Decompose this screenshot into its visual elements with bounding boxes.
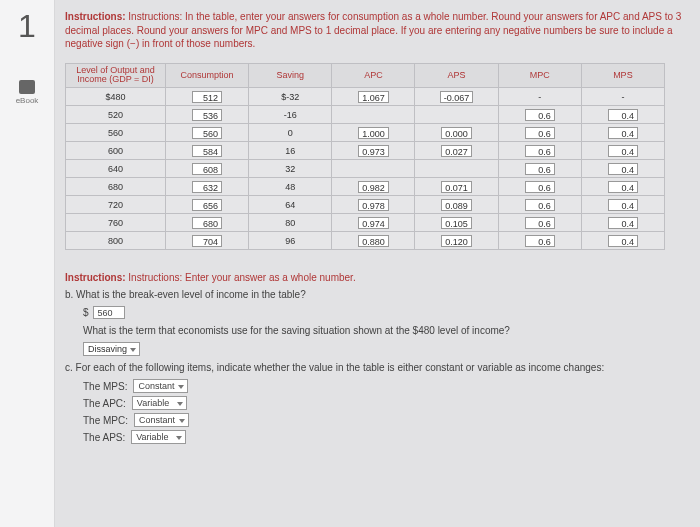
th-level: Level of Output and Income (GDP = DI) (66, 63, 166, 88)
cell-mpc: - (498, 88, 581, 106)
cell-consumption-input[interactable]: 536 (192, 109, 222, 121)
cell-mps: 0.4 (581, 106, 664, 124)
cell-aps: -0.067 (415, 88, 498, 106)
cell-mpc: 0.6 (498, 160, 581, 178)
cell-apc-input[interactable]: 0.973 (358, 145, 389, 157)
cell-aps: 0.105 (415, 214, 498, 232)
cell-apc: 1.000 (332, 124, 415, 142)
instructions-b: Instructions: Instructions: Enter your a… (65, 272, 685, 283)
cell-mpc: 0.6 (498, 142, 581, 160)
mpc-select[interactable]: Constant (134, 413, 189, 427)
cell-mps-input[interactable]: 0.4 (608, 181, 638, 193)
cell-consumption-input[interactable]: 584 (192, 145, 222, 157)
question-b: b. What is the break-even level of incom… (65, 289, 685, 300)
breakeven-input[interactable]: 560 (93, 306, 125, 319)
cell-mps: 0.4 (581, 178, 664, 196)
cell-apc-input[interactable]: 0.974 (358, 217, 389, 229)
cell-apc-input[interactable]: 0.880 (358, 235, 389, 247)
cell-aps-input[interactable]: -0.067 (440, 91, 474, 103)
dollar-sign: $ (83, 307, 89, 318)
cell-mps-input[interactable]: 0.4 (608, 235, 638, 247)
table-row: 520536-160.60.4 (66, 106, 665, 124)
cell-saving: -16 (249, 106, 332, 124)
cell-consumption-input[interactable]: 560 (192, 127, 222, 139)
book-icon (19, 80, 35, 94)
cell-consumption: 704 (166, 232, 249, 250)
cell-aps-input[interactable]: 0.089 (441, 199, 472, 211)
cell-consumption: 536 (166, 106, 249, 124)
cell-saving: 96 (249, 232, 332, 250)
cell-mpc-input[interactable]: 0.6 (525, 181, 555, 193)
cell-consumption-input[interactable]: 512 (192, 91, 222, 103)
cell-apc: 0.982 (332, 178, 415, 196)
cell-aps-input[interactable]: 0.120 (441, 235, 472, 247)
cell-gdp: 520 (66, 106, 166, 124)
cell-aps-input[interactable]: 0.000 (441, 127, 472, 139)
aps-select[interactable]: Variable (131, 430, 186, 444)
cell-mps-input[interactable]: 0.4 (608, 199, 638, 211)
cell-consumption-input[interactable]: 608 (192, 163, 222, 175)
cell-gdp: 600 (66, 142, 166, 160)
cell-aps: 0.000 (415, 124, 498, 142)
th-aps: APS (415, 63, 498, 88)
cell-mpc-input[interactable]: 0.6 (525, 235, 555, 247)
cell-consumption-input[interactable]: 680 (192, 217, 222, 229)
cell-aps-input[interactable]: 0.027 (441, 145, 472, 157)
cell-saving: 80 (249, 214, 332, 232)
cell-mps-input[interactable]: 0.4 (608, 109, 638, 121)
cell-mpc-input[interactable]: 0.6 (525, 163, 555, 175)
cell-apc-input[interactable]: 1.000 (358, 127, 389, 139)
cell-consumption-input[interactable]: 704 (192, 235, 222, 247)
cell-apc: 0.974 (332, 214, 415, 232)
chapter-number: 1 (0, 8, 54, 45)
cell-gdp: 720 (66, 196, 166, 214)
th-consumption: Consumption (166, 63, 249, 88)
cell-consumption-input[interactable]: 632 (192, 181, 222, 193)
cell-consumption: 632 (166, 178, 249, 196)
th-saving: Saving (249, 63, 332, 88)
cell-apc: 0.880 (332, 232, 415, 250)
cell-mps-input[interactable]: 0.4 (608, 217, 638, 229)
cell-aps: 0.120 (415, 232, 498, 250)
cell-mpc-input[interactable]: 0.6 (525, 145, 555, 157)
cell-mpc: 0.6 (498, 124, 581, 142)
cell-mpc-input[interactable]: 0.6 (525, 109, 555, 121)
cell-apc: 0.973 (332, 142, 415, 160)
cell-apc (332, 160, 415, 178)
cell-mps: 0.4 (581, 214, 664, 232)
cell-mps-input[interactable]: 0.4 (608, 145, 638, 157)
cell-aps-input[interactable]: 0.071 (441, 181, 472, 193)
cell-apc-input[interactable]: 0.982 (358, 181, 389, 193)
cell-mps-input[interactable]: 0.4 (608, 127, 638, 139)
cell-mps-input[interactable]: 0.4 (608, 163, 638, 175)
instructions-a-text: Instructions: In the table, enter your a… (65, 11, 681, 49)
table-row: 800704960.8800.1200.60.4 (66, 232, 665, 250)
cell-consumption-input[interactable]: 656 (192, 199, 222, 211)
cell-mpc-input[interactable]: 0.6 (525, 217, 555, 229)
cell-mpc-input[interactable]: 0.6 (525, 199, 555, 211)
cell-mpc-input[interactable]: 0.6 (525, 127, 555, 139)
ebook-link[interactable]: eBook (8, 80, 46, 105)
instructions-b-text: Instructions: Enter your answer as a who… (128, 272, 355, 283)
cell-mps: 0.4 (581, 142, 664, 160)
cell-consumption: 512 (166, 88, 249, 106)
cell-aps (415, 106, 498, 124)
mps-select[interactable]: Constant (133, 379, 188, 393)
cell-apc-input[interactable]: 0.978 (358, 199, 389, 211)
term-select[interactable]: Dissaving (83, 342, 140, 356)
apc-select[interactable]: Variable (132, 396, 187, 410)
cell-gdp: 760 (66, 214, 166, 232)
cell-consumption: 584 (166, 142, 249, 160)
cell-saving: 64 (249, 196, 332, 214)
sidebar: 1 eBook (0, 0, 55, 527)
th-mps: MPS (581, 63, 664, 88)
cell-saving: 16 (249, 142, 332, 160)
cell-mps: 0.4 (581, 232, 664, 250)
cell-gdp: $480 (66, 88, 166, 106)
term-question: What is the term that economists use for… (83, 325, 685, 336)
cell-aps: 0.089 (415, 196, 498, 214)
question-c: c. For each of the following items, indi… (65, 362, 685, 373)
table-row: 56056001.0000.0000.60.4 (66, 124, 665, 142)
cell-aps-input[interactable]: 0.105 (441, 217, 472, 229)
cell-apc-input[interactable]: 1.067 (358, 91, 389, 103)
